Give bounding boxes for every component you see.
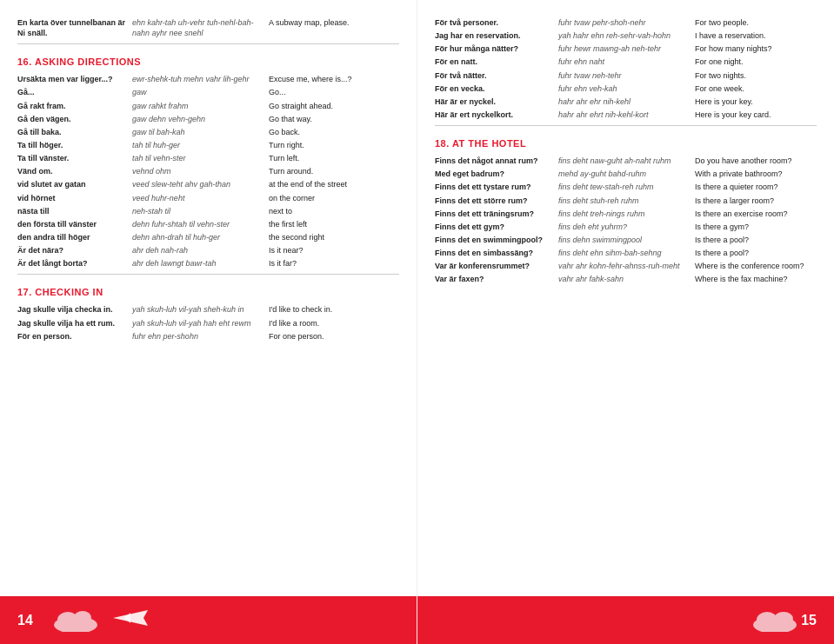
phrase-row: den första till vänster dehn fuhr-shtah … — [17, 219, 399, 229]
phrase-swedish: Här är er nyckel. — [435, 96, 557, 107]
book-spread: En karta över tunnelbanan är Ni snäll. e… — [0, 0, 834, 644]
phrase-pronunciation: vehnd ohm — [132, 166, 267, 176]
phrase-row: Ursäkta men var ligger...? ewr-shehk-tuh… — [17, 74, 399, 84]
phrase-row: Gå den vägen. gaw dehn vehn-gehn Go that… — [17, 114, 399, 124]
phrase-swedish: Gå... — [17, 87, 130, 97]
left-page-number: 14 — [17, 613, 33, 628]
phrase-row: Jag har en reservation. yah hahr ehn reh… — [435, 30, 817, 41]
phrase-english: next to — [269, 206, 408, 216]
phrase-pronunciation: gaw dehn vehn-gehn — [132, 114, 267, 124]
phrase-pronunciation: vahr ahr fahk-sahn — [558, 274, 693, 284]
phrase-row: Finns det en swimmingpool? fins dehn swi… — [435, 235, 817, 245]
phrase-pronunciation: fins deht ehn sihm-bah-sehng — [558, 248, 693, 258]
phrase-row: För en natt. fuhr ehn naht For one night… — [435, 56, 817, 67]
phrase-english: the second right — [269, 232, 408, 242]
section16-phrases: Ursäkta men var ligger...? ewr-shehk-tuh… — [17, 74, 399, 269]
phrase-english: Turn around. — [269, 166, 408, 176]
phrase-swedish: Här är ert nyckelkort. — [435, 110, 557, 120]
svg-marker-4 — [123, 613, 130, 623]
phrase-row: den andra till höger dehn ahn-drah til h… — [17, 232, 399, 242]
phrase-pronunciation: ahr deh lawngt bawr-tah — [132, 258, 267, 269]
phrase-english: I have a reservation. — [695, 30, 825, 41]
svg-point-2 — [74, 611, 91, 625]
phrase-english: For two people. — [695, 17, 825, 28]
phrase-row: Finns det ett träningsrum? fins deht tre… — [435, 209, 817, 219]
phrase-pronunciation: fuhr ehn naht — [558, 56, 693, 67]
phrase-row: Jag skulle vilja ha ett rum. yah skuh-lu… — [17, 318, 399, 329]
phrase-row: För en vecka. fuhr ehn veh-kah For one w… — [435, 83, 817, 94]
section17-phrases: Jag skulle vilja checka in. yah skuh-luh… — [17, 304, 399, 341]
svg-point-7 — [774, 612, 793, 626]
phrase-pronunciation: fins deht naw-guht ah-naht ruhm — [558, 156, 693, 166]
phrase-english: For two nights. — [695, 70, 825, 81]
phrase-row: Finns det något annat rum? fins deht naw… — [435, 156, 817, 166]
phrase-english: on the corner — [269, 193, 408, 203]
phrase-english: Go straight ahead. — [269, 101, 408, 111]
phrase-pronunciation: fins dehn swimmingpool — [558, 235, 693, 245]
phrase-pronunciation: neh-stah til — [132, 206, 267, 216]
phrase-pronunciation: ewr-shehk-tuh mehn vahr lih-gehr — [132, 74, 267, 84]
phrase-pronunciation: dehn fuhr-shtah til vehn-ster — [132, 219, 267, 229]
phrase-english: Is there a gym? — [695, 222, 825, 232]
phrase-pronunciation: ahr deh nah-rah — [132, 245, 267, 256]
phrase-swedish: nästa till — [17, 206, 130, 216]
phrase-swedish: För två nätter. — [435, 70, 557, 81]
checkin-continuation-phrases: För två personer. fuhr tvaw pehr-shoh-ne… — [435, 17, 817, 120]
phrase-pronunciation: fins deht tew-stah-reh ruhm — [558, 182, 693, 192]
section16-title: 16. ASKING DIRECTIONS — [17, 56, 399, 67]
phrase-english: at the end of the street — [269, 179, 408, 189]
phrase-english: With a private bathroom? — [695, 169, 825, 179]
phrase-swedish: Är det nära? — [17, 245, 130, 256]
phrase-english: For how many nights? — [695, 43, 825, 54]
phrase-english: I'd like a room. — [269, 318, 408, 329]
phrase-swedish: Finns det en swimmingpool? — [435, 235, 557, 245]
phrase-english: Here is your key card. — [695, 110, 825, 120]
phrase-pronunciation: fins deht treh-nings ruhm — [558, 209, 693, 219]
phrase-english: Excuse me, where is...? — [269, 74, 408, 84]
phrase-swedish: För en person. — [17, 331, 130, 342]
phrase-row: Finns det ett gym? fins deh eht yuhrm? I… — [435, 222, 817, 232]
phrase-english: Is it near? — [269, 245, 408, 256]
phrase-swedish: den andra till höger — [17, 232, 130, 242]
intro-english: A subway map, please. — [269, 17, 408, 28]
phrase-english: Go that way. — [269, 114, 408, 124]
phrase-pronunciation: vahr ahr kohn-fehr-ahnss-ruh-meht — [558, 261, 693, 271]
phrase-swedish: För en natt. — [435, 56, 557, 67]
phrase-english: Turn right. — [269, 140, 408, 150]
phrase-pronunciation: yah skuh-luh vil-yah sheh-kuh in — [132, 304, 267, 315]
phrase-swedish: Var är faxen? — [435, 274, 557, 284]
left-bottom-bar: 14 — [0, 596, 417, 644]
phrase-pronunciation: fuhr tvaw pehr-shoh-nehr — [558, 17, 693, 28]
phrase-row: Gå rakt fram. gaw rahkt frahm Go straigh… — [17, 101, 399, 111]
phrase-row: Var är faxen? vahr ahr fahk-sahn Where i… — [435, 274, 817, 284]
phrase-english: Where is the conference room? — [695, 261, 825, 271]
divider — [17, 43, 399, 44]
phrase-pronunciation: gaw til bah-kah — [132, 127, 267, 137]
phrase-english: Is there an exercise room? — [695, 209, 825, 219]
phrase-english: Is there a pool? — [695, 235, 825, 245]
phrase-pronunciation: fuhr ehn per-shohn — [132, 331, 267, 342]
section18-phrases: Finns det något annat rum? fins deht naw… — [435, 156, 817, 284]
phrase-pronunciation: fuhr hewr mawng-ah neh-tehr — [558, 43, 693, 54]
phrase-pronunciation: fuhr tvaw neh-tehr — [558, 70, 693, 81]
phrase-swedish: För en vecka. — [435, 83, 557, 94]
left-page: En karta över tunnelbanan är Ni snäll. e… — [0, 0, 417, 644]
section17-title: 17. CHECKING IN — [17, 287, 399, 297]
phrase-row: Finns det ett tystare rum? fins deht tew… — [435, 182, 817, 192]
phrase-swedish: Vänd om. — [17, 166, 130, 176]
phrase-swedish: Finns det ett träningsrum? — [435, 209, 557, 219]
phrase-swedish: Jag har en reservation. — [435, 30, 557, 41]
phrase-english: Turn left. — [269, 153, 408, 163]
phrase-english: I'd like to check in. — [269, 304, 408, 315]
phrase-pronunciation: yah skuh-luh vil-yah hah eht rewm — [132, 318, 267, 329]
phrase-row: vid slutet av gatan veed slew-teht ahv g… — [17, 179, 399, 189]
phrase-pronunciation: yah hahr ehn reh-sehr-vah-hohn — [558, 30, 693, 41]
phrase-pronunciation: tah til huh-ger — [132, 140, 267, 150]
phrase-swedish: Är det långt borta? — [17, 258, 130, 269]
phrase-pronunciation: mehd ay-guht bahd-ruhm — [558, 169, 693, 179]
phrase-row: Vänd om. vehnd ohm Turn around. — [17, 166, 399, 176]
right-page: För två personer. fuhr tvaw pehr-shoh-ne… — [417, 0, 834, 644]
phrase-swedish: Finns det ett gym? — [435, 222, 557, 232]
phrase-swedish: Med eget badrum? — [435, 169, 557, 179]
phrase-pronunciation: dehn ahn-drah til huh-ger — [132, 232, 267, 242]
